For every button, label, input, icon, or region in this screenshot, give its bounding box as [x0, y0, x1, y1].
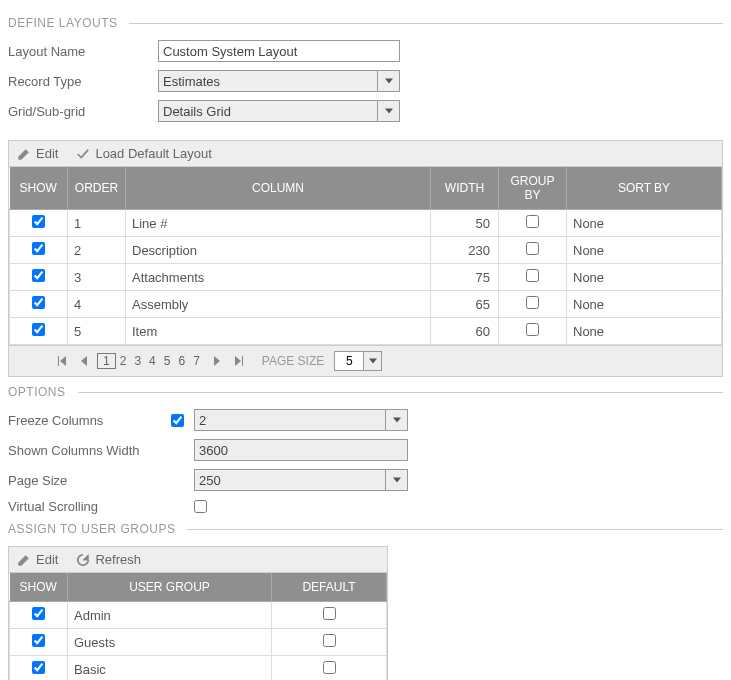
th-column[interactable]: COLUMN — [126, 167, 431, 210]
edit-button[interactable]: Edit — [17, 146, 58, 161]
row-grid-subgrid: Grid/Sub-grid — [8, 100, 723, 122]
show-checkbox[interactable] — [32, 215, 45, 228]
options-page-size-value[interactable] — [194, 469, 386, 491]
check-icon — [76, 147, 90, 161]
user-group-cell: Guests — [68, 629, 272, 656]
grid-subgrid-combo[interactable] — [158, 100, 400, 122]
next-icon — [212, 356, 222, 366]
th-order[interactable]: ORDER — [68, 167, 126, 210]
page-size-input[interactable] — [334, 351, 364, 371]
group-by-checkbox[interactable] — [526, 242, 539, 255]
sort-by-cell: None — [567, 210, 722, 237]
assign-th-group[interactable]: USER GROUP — [68, 573, 272, 602]
table-row[interactable]: Basic — [10, 656, 387, 681]
assign-show-checkbox[interactable] — [32, 634, 45, 647]
record-type-combo[interactable] — [158, 70, 400, 92]
table-row[interactable]: 5Item60None — [10, 318, 722, 345]
pager-first-btn[interactable] — [53, 352, 71, 370]
table-row[interactable]: 4Assembly65None — [10, 291, 722, 318]
table-row[interactable]: Admin — [10, 602, 387, 629]
order-cell: 3 — [68, 264, 126, 291]
assign-edit-button[interactable]: Edit — [17, 552, 58, 567]
record-type-value[interactable] — [158, 70, 378, 92]
pager-page-3[interactable]: 3 — [130, 354, 145, 368]
assign-default-checkbox[interactable] — [323, 634, 336, 647]
column-cell: Description — [126, 237, 431, 264]
first-icon — [57, 356, 67, 366]
columns-table: SHOW ORDER COLUMN WIDTH GROUP BY SORT BY… — [9, 167, 722, 345]
chevron-down-icon — [385, 77, 393, 85]
layout-name-input[interactable] — [158, 40, 400, 62]
page-size-combo[interactable] — [334, 351, 382, 371]
pager-page-4[interactable]: 4 — [145, 354, 160, 368]
assign-th-default[interactable]: DEFAULT — [272, 573, 387, 602]
table-row[interactable]: 1Line #50None — [10, 210, 722, 237]
pager-prev-btn[interactable] — [75, 352, 93, 370]
pager-page-7[interactable]: 7 — [189, 354, 204, 368]
column-cell: Assembly — [126, 291, 431, 318]
load-default-button[interactable]: Load Default Layout — [76, 146, 211, 161]
section-assign: ASSIGN TO USER GROUPS — [8, 522, 723, 536]
show-checkbox[interactable] — [32, 242, 45, 255]
row-page-size: Page Size — [8, 469, 723, 491]
row-layout-name: Layout Name — [8, 40, 723, 62]
show-checkbox[interactable] — [32, 296, 45, 309]
order-cell: 5 — [68, 318, 126, 345]
record-type-dropdown-btn[interactable] — [378, 70, 400, 92]
chevron-down-icon — [393, 416, 401, 424]
pager-last-btn[interactable] — [230, 352, 248, 370]
group-by-checkbox[interactable] — [526, 323, 539, 336]
table-row[interactable]: 2Description230None — [10, 237, 722, 264]
width-cell: 75 — [431, 264, 499, 291]
assign-show-checkbox[interactable] — [32, 607, 45, 620]
freeze-columns-checkbox[interactable] — [171, 414, 184, 427]
table-row[interactable]: 3Attachments75None — [10, 264, 722, 291]
order-cell: 2 — [68, 237, 126, 264]
page-size-dropdown-btn[interactable] — [364, 351, 382, 371]
th-show[interactable]: SHOW — [10, 167, 68, 210]
grid-subgrid-value[interactable] — [158, 100, 378, 122]
pager-page-6[interactable]: 6 — [174, 354, 189, 368]
group-by-checkbox[interactable] — [526, 296, 539, 309]
assign-default-checkbox[interactable] — [323, 607, 336, 620]
freeze-columns-dropdown-btn[interactable] — [386, 409, 408, 431]
pager-page-1[interactable]: 1 — [97, 353, 116, 369]
show-checkbox[interactable] — [32, 323, 45, 336]
assign-table: SHOW USER GROUP DEFAULT AdminGuestsBasic — [9, 573, 387, 680]
th-width[interactable]: WIDTH — [431, 167, 499, 210]
group-by-checkbox[interactable] — [526, 269, 539, 282]
show-checkbox[interactable] — [32, 269, 45, 282]
row-shown-columns-width: Shown Columns Width — [8, 439, 723, 461]
assign-default-checkbox[interactable] — [323, 661, 336, 674]
columns-pager: 1234567 PAGE SIZE — [9, 345, 722, 376]
assign-refresh-button[interactable]: Refresh — [76, 552, 141, 567]
assign-show-checkbox[interactable] — [32, 661, 45, 674]
width-cell: 65 — [431, 291, 499, 318]
virtual-scrolling-checkbox[interactable] — [194, 500, 207, 513]
th-sort-by[interactable]: SORT BY — [567, 167, 722, 210]
options-page-size-dropdown-btn[interactable] — [386, 469, 408, 491]
assign-refresh-label: Refresh — [95, 552, 141, 567]
grid-subgrid-dropdown-btn[interactable] — [378, 100, 400, 122]
options-page-size-combo[interactable] — [194, 469, 408, 491]
th-group-by[interactable]: GROUP BY — [499, 167, 567, 210]
grid-subgrid-label: Grid/Sub-grid — [8, 104, 158, 119]
freeze-columns-combo[interactable] — [194, 409, 408, 431]
assign-th-show[interactable]: SHOW — [10, 573, 68, 602]
pager-next-btn[interactable] — [208, 352, 226, 370]
sort-by-cell: None — [567, 318, 722, 345]
columns-panel: Edit Load Default Layout SHOW ORDER COLU… — [8, 140, 723, 377]
sort-by-cell: None — [567, 237, 722, 264]
chevron-down-icon — [369, 357, 377, 365]
order-cell: 1 — [68, 210, 126, 237]
freeze-columns-value[interactable] — [194, 409, 386, 431]
shown-width-input[interactable] — [194, 439, 408, 461]
row-freeze-columns: Freeze Columns — [8, 409, 723, 431]
pager-page-5[interactable]: 5 — [160, 354, 175, 368]
table-row[interactable]: Guests — [10, 629, 387, 656]
width-cell: 60 — [431, 318, 499, 345]
group-by-checkbox[interactable] — [526, 215, 539, 228]
column-cell: Item — [126, 318, 431, 345]
pager-page-2[interactable]: 2 — [116, 354, 131, 368]
page-size-label: PAGE SIZE — [262, 354, 324, 368]
